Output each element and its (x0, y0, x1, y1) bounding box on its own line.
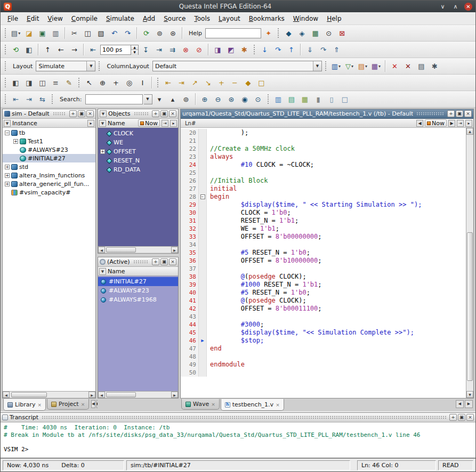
dock-button[interactable]: + (447, 110, 455, 117)
run-length-input[interactable] (100, 45, 131, 55)
code-line-23[interactable]: 23always (181, 153, 466, 161)
name-column-label[interactable]: Name (108, 268, 125, 275)
line-number[interactable]: 28 (181, 193, 199, 201)
save-button[interactable]: ▣ (36, 27, 49, 39)
expand-net-button[interactable]: ⇆ (36, 93, 49, 105)
menu-simulate[interactable]: Simulate (102, 13, 138, 24)
zoom-full-button[interactable]: ⊛ (225, 93, 238, 105)
code-text[interactable]: begin (207, 193, 229, 201)
toolbar-grip[interactable] (4, 61, 7, 71)
code-text[interactable] (207, 265, 210, 273)
pan-mode-button[interactable]: + (110, 77, 122, 89)
zoom-mode-button[interactable]: ⊕ (96, 77, 109, 89)
menu-tools[interactable]: Tools (190, 13, 214, 24)
scroll-left-button[interactable]: ◀ (3, 392, 10, 398)
close-design-button[interactable]: ⊠ (336, 27, 348, 39)
panel-grip[interactable] (134, 112, 149, 116)
close-button[interactable]: × (464, 110, 472, 117)
tree-item--vsim-capacity-[interactable]: #vsim_capacity# (3, 188, 95, 197)
line-number[interactable]: 26 (181, 177, 199, 185)
step-into-button[interactable]: ↓ (259, 44, 271, 56)
configure-filter-button[interactable]: ✱ (429, 60, 441, 72)
sort-icon[interactable]: ▼ (99, 120, 106, 127)
tabs-scroll-left-button[interactable]: ◀ (91, 400, 95, 408)
line-number[interactable]: 50 (181, 369, 199, 377)
code-line-22[interactable]: 22//Create a 50MHz clock (181, 145, 466, 153)
menu-window[interactable]: Window (289, 13, 322, 24)
code-line-37[interactable]: 37 (181, 265, 466, 273)
close-tab-icon[interactable]: × (276, 402, 280, 408)
fold-marker-icon[interactable]: − (200, 194, 205, 199)
tree-expander[interactable]: + (5, 165, 10, 169)
panel-grip[interactable] (53, 112, 66, 116)
close-tab-icon[interactable]: × (37, 402, 42, 408)
transcript-output[interactable]: # Time: 4030 ns Iteration: 0 Instance: /… (1, 422, 475, 458)
menu-add[interactable]: Add (139, 13, 159, 24)
close-tab-icon[interactable]: × (211, 402, 215, 407)
line-number[interactable]: 40 (181, 289, 199, 297)
objects-panel-titlebar[interactable]: ▼ Objects +▣× (98, 109, 178, 119)
snap-cursor-button[interactable]: □ (255, 77, 268, 89)
step-over-button[interactable]: ↷ (272, 44, 284, 56)
panel-tab-project[interactable]: Project× (47, 399, 89, 410)
menu-file[interactable]: File (4, 13, 22, 24)
column-overflow-button[interactable]: ▸ (87, 120, 94, 127)
scrollbar-track[interactable] (10, 392, 88, 398)
line-number[interactable]: 39 (181, 281, 199, 289)
dock-button[interactable]: + (69, 110, 77, 117)
source-code-area[interactable]: 20 );2122//Create a 50MHz clock23always2… (181, 128, 466, 398)
undock-button[interactable]: ▣ (458, 414, 465, 421)
undock-button[interactable]: ▣ (78, 110, 85, 117)
step-into-current-button[interactable]: ⇓ (304, 44, 316, 56)
line-number[interactable]: 20 (181, 129, 199, 137)
toolbar-grip[interactable] (253, 44, 256, 55)
continue-run-button[interactable]: ⇥ (153, 44, 165, 56)
code-text[interactable]: #1000 RESET_N = 1'b1; (207, 281, 322, 289)
code-line-36[interactable]: 36 OFFSET = 8'b10000000; (181, 257, 466, 265)
code-text[interactable]: #5 RESET_N = 1'b0; (207, 249, 310, 257)
code-text[interactable]: end (207, 345, 222, 353)
toolbar-grip[interactable] (325, 61, 327, 71)
code-text[interactable]: OFFSET = 8'b10000000; (207, 257, 322, 265)
toolbar-grip[interactable] (4, 77, 7, 88)
toggle-columns-button[interactable]: ◫ (36, 77, 49, 89)
chevron-down-icon[interactable]: ▾ (378, 64, 381, 69)
tree-expander[interactable]: + (13, 139, 18, 144)
code-text[interactable]: #5 RESET_N = 1'b0; (207, 289, 310, 297)
code-line-45[interactable]: 45 $display($time, "<< Simulation Comple… (181, 329, 466, 337)
line-number[interactable]: 42 (181, 305, 199, 313)
previous-transition-button[interactable]: ⇤ (162, 77, 174, 89)
code-text[interactable]: $display($time, " << Starting Simulation… (207, 201, 422, 209)
paste-button[interactable]: ▧ (95, 27, 107, 39)
search-options-button[interactable]: ⊚ (180, 93, 192, 105)
rising-edge-button[interactable]: ↗ (189, 77, 201, 89)
code-line-38[interactable]: 38 @(posedge CLOCK); (181, 273, 466, 281)
zoom-out-button[interactable]: ⊖ (212, 93, 224, 105)
line-number[interactable]: 31 (181, 217, 199, 225)
add-to-log-button[interactable]: ▦ (299, 93, 311, 105)
line-number[interactable]: 45 (181, 329, 199, 337)
editor-vertical-scrollbar[interactable]: ▲ ▼ (466, 128, 473, 398)
zoom-cursor-button[interactable]: ⊙ (252, 93, 264, 105)
code-line-33[interactable]: 33 OFFSET = 8'b00000000; (181, 233, 466, 241)
show-readers-button[interactable]: ⇥ (23, 93, 35, 105)
line-number[interactable]: 48 (181, 353, 199, 361)
code-text[interactable]: @(posedge CLOCK); (207, 273, 306, 281)
close-button[interactable]: × (466, 414, 474, 421)
scrollbar-track[interactable] (105, 392, 171, 398)
tree-item-std[interactable]: +std (3, 162, 95, 171)
add-cursor-button[interactable]: + (215, 77, 228, 89)
code-line-47[interactable]: 47end (181, 345, 466, 353)
chevron-down-icon[interactable]: ▼ (313, 61, 321, 71)
run-length-increase-button[interactable]: ▲ (131, 45, 138, 51)
panel-grip[interactable] (416, 112, 444, 116)
toolbar-grip[interactable] (4, 44, 7, 55)
edit-mode-button[interactable]: I (136, 77, 149, 89)
search-input[interactable] (85, 94, 143, 104)
code-line-30[interactable]: 30 CLOCK = 1'b0; (181, 209, 466, 217)
toolbar-grip[interactable] (51, 94, 54, 104)
sim-instance-tree[interactable]: −tb+Test1#ALWAYS#23#INITIAL#27+std+alter… (3, 128, 95, 391)
close-button[interactable]: × (86, 110, 94, 117)
step-out-current-button[interactable]: ⇑ (330, 44, 343, 56)
code-line-24[interactable]: 24 #10 CLOCK = ~CLOCK; (181, 161, 466, 169)
